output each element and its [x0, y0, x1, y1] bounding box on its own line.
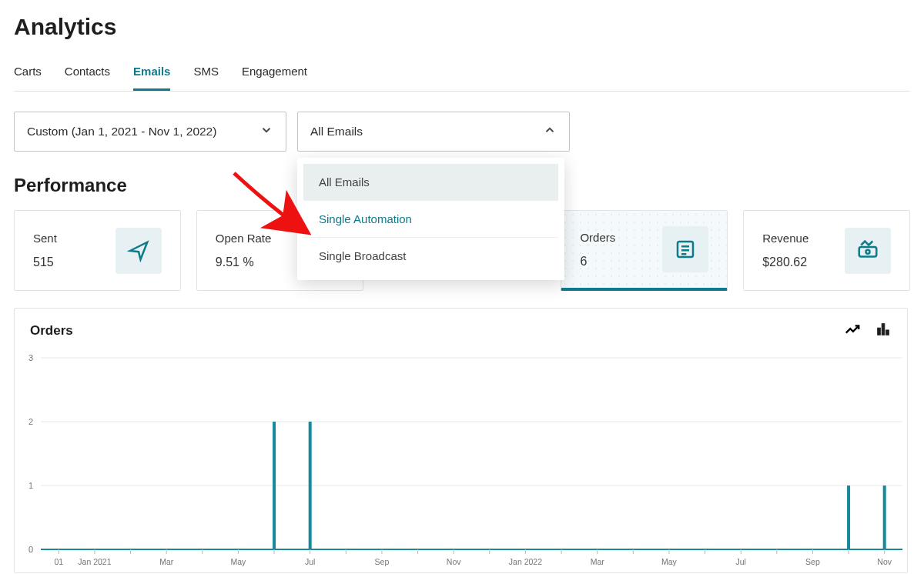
page-title: Analytics [14, 14, 910, 40]
orders-chart: 012301Jan 2021MarMayJulSepNovJan 2022Mar… [15, 353, 909, 572]
svg-text:3: 3 [28, 353, 33, 362]
svg-rect-18 [273, 422, 276, 549]
svg-text:Mar: Mar [159, 557, 174, 566]
svg-text:Jan 2022: Jan 2022 [509, 557, 542, 566]
card-revenue[interactable]: Revenue $280.62 [743, 210, 910, 291]
svg-rect-8 [886, 330, 889, 335]
card-label: Orders [580, 231, 615, 244]
card-value: 9.51 % [216, 255, 272, 269]
tab-emails[interactable]: Emails [133, 57, 170, 91]
card-label: Open Rate [216, 232, 272, 245]
svg-rect-4 [859, 247, 877, 257]
svg-rect-6 [878, 328, 881, 335]
date-range-select[interactable]: Custom (Jan 1, 2021 - Nov 1, 2022) [14, 112, 286, 152]
email-filter-select[interactable]: All Emails [297, 112, 570, 152]
chevron-down-icon [259, 123, 273, 140]
svg-rect-20 [847, 486, 850, 549]
orders-chart-card: Orders 012301Jan 2021MarMayJulSepNovJan … [14, 308, 908, 573]
tab-engagement[interactable]: Engagement [242, 57, 307, 91]
tab-contacts[interactable]: Contacts [65, 57, 110, 91]
svg-rect-19 [309, 422, 312, 549]
svg-text:May: May [231, 557, 247, 566]
svg-rect-7 [882, 324, 885, 335]
dropdown-item-single-automation[interactable]: Single Automation [303, 201, 558, 238]
svg-text:Sep: Sep [805, 557, 820, 566]
svg-text:Jul: Jul [305, 557, 315, 566]
tabs-bar: Carts Contacts Emails SMS Engagement [14, 57, 910, 92]
svg-text:1: 1 [28, 481, 33, 490]
revenue-icon [845, 228, 891, 274]
card-value: $280.62 [762, 255, 808, 269]
card-value: 515 [33, 255, 57, 269]
tab-carts[interactable]: Carts [14, 57, 42, 91]
card-orders[interactable]: Orders 6 [561, 210, 728, 291]
svg-text:Jul: Jul [735, 557, 745, 566]
svg-text:May: May [661, 557, 678, 566]
bar-chart-icon[interactable] [875, 321, 892, 341]
chevron-up-icon [543, 123, 557, 140]
email-filter-label: All Emails [310, 125, 363, 138]
chart-title: Orders [30, 323, 73, 339]
card-sent[interactable]: Sent 515 [14, 210, 181, 291]
line-chart-icon[interactable] [844, 321, 861, 341]
svg-rect-21 [883, 486, 886, 549]
svg-text:Nov: Nov [877, 557, 892, 566]
svg-text:2: 2 [28, 417, 33, 426]
send-icon [116, 228, 162, 274]
dropdown-item-all-emails[interactable]: All Emails [303, 164, 558, 201]
tab-sms[interactable]: SMS [193, 57, 219, 91]
orders-icon [662, 226, 708, 272]
svg-text:Jan 2021: Jan 2021 [78, 557, 111, 566]
svg-text:Mar: Mar [591, 557, 605, 566]
svg-text:Nov: Nov [447, 557, 461, 566]
email-filter-dropdown: All Emails Single Automation Single Broa… [297, 158, 564, 280]
svg-text:Sep: Sep [375, 557, 390, 566]
date-range-label: Custom (Jan 1, 2021 - Nov 1, 2022) [27, 125, 216, 138]
dropdown-item-single-broadcast[interactable]: Single Broadcast [303, 238, 558, 274]
svg-text:0: 0 [28, 545, 33, 554]
card-label: Revenue [762, 232, 808, 245]
svg-text:01: 01 [54, 557, 63, 566]
card-value: 6 [580, 255, 615, 269]
svg-point-5 [865, 249, 869, 253]
card-label: Sent [33, 232, 57, 245]
